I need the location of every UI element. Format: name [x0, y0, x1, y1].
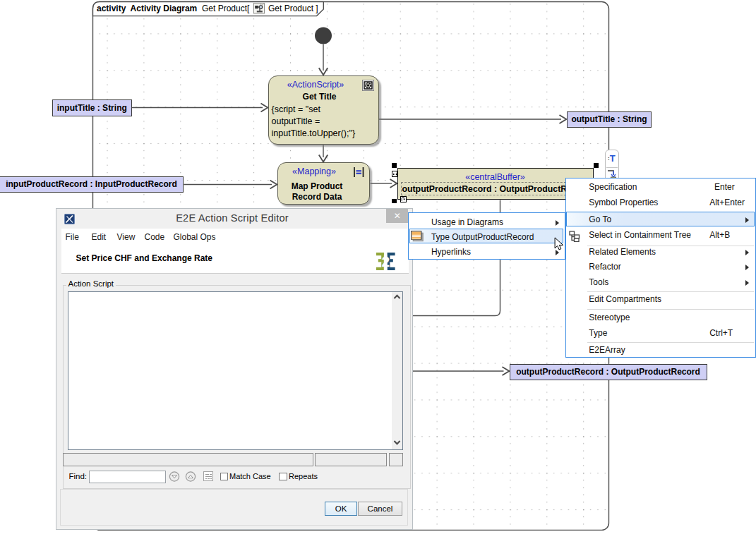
svg-text:2: 2	[381, 253, 390, 269]
